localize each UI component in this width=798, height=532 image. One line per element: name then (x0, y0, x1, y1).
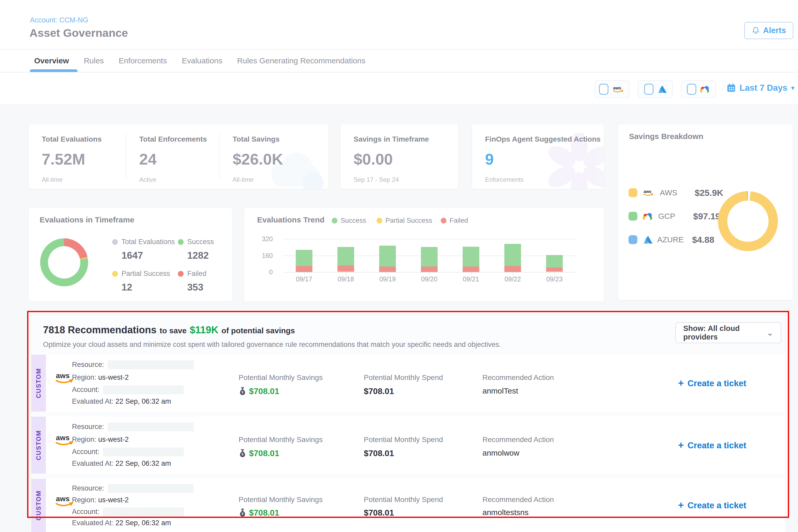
y-axis-label: 0 (254, 268, 273, 276)
divider (219, 134, 220, 179)
create-ticket-button[interactable]: +Create a ticket (678, 378, 746, 389)
trend-bar: 09/17 (283, 239, 325, 272)
legend-item-gcp: GCP $97.19 (628, 210, 720, 223)
failed-dot (178, 271, 184, 277)
savings-breakdown-title: Savings Breakdown (629, 132, 703, 141)
aws-logo-icon: aws (611, 85, 625, 93)
heading-text: to save (159, 326, 187, 335)
legend-item-aws: aws AWS $25.9K (628, 186, 723, 199)
provider-filter-aws[interactable]: aws (594, 80, 629, 98)
x-axis-label: 09/17 (283, 276, 325, 283)
success-dot (332, 218, 338, 224)
divider (126, 134, 126, 179)
x-axis-label: 09/23 (534, 276, 575, 283)
tab-overview[interactable]: Overview (34, 56, 69, 65)
tab-rules-generating-recommendations[interactable]: Rules Generating Recommendations (237, 56, 365, 65)
legend-total-evaluations: Total Evaluations 1647 (112, 238, 175, 261)
legend-label: Failed (450, 216, 468, 225)
legend-label: Total Evaluations (121, 238, 175, 246)
legend-label: Partial Success (385, 216, 432, 225)
tab-rules[interactable]: Rules (84, 56, 104, 65)
date-range-filter[interactable]: Last 7 Days ▾ (726, 83, 795, 93)
page-header: Account: CCM-NG Asset Governance Alerts (0, 0, 798, 50)
account-line: Account: (72, 385, 184, 394)
tab-evaluations[interactable]: Evaluations (182, 56, 222, 65)
custom-tag: CUSTOM (31, 355, 46, 412)
resource-line: Resource: (72, 360, 194, 369)
create-ticket-button[interactable]: +Create a ticket (678, 440, 746, 451)
recommended-action: anmolwow (482, 449, 519, 457)
evaluations-timeframe-title: Evaluations in Timeframe (40, 215, 134, 224)
trend-bar: 09/19 (367, 239, 408, 272)
gcp-checkbox[interactable] (687, 84, 696, 95)
gcp-logo-icon (642, 212, 653, 221)
gcp-logo-icon (699, 85, 710, 94)
stat-total-savings: Total Savings $26.0K All-time (233, 135, 283, 183)
chevron-down-icon: ▾ (791, 84, 794, 92)
provider-filter-gcp[interactable] (681, 80, 716, 98)
potential-savings-amount: $119K (190, 324, 218, 336)
trend-bar-chart: 09/1709/1809/1909/2009/2109/2209/23 (283, 239, 575, 272)
recommendations-panel: 7818 Recommendations to save $119K of po… (31, 316, 785, 532)
spend-column-header: Potential Monthly Spend (364, 495, 443, 504)
y-axis-label: 320 (254, 235, 273, 243)
account-breadcrumb[interactable]: Account: CCM-NG (30, 16, 89, 24)
legend-label: Success (187, 238, 214, 246)
savings-column-header: Potential Monthly Savings (239, 495, 323, 504)
svg-text:aws: aws (56, 434, 70, 442)
region-line: Region: us-west-2 (72, 374, 129, 382)
action-column-header: Recommended Action (482, 436, 554, 444)
svg-text:aws: aws (56, 372, 70, 380)
legend-success: Success 1282 (178, 238, 214, 261)
trend-legend-partial: Partial Success (377, 216, 432, 225)
savings-breakdown-card: Savings Breakdown aws AWS $25.9K GCP $97… (618, 124, 793, 300)
create-ticket-button[interactable]: +Create a ticket (678, 500, 746, 511)
trend-bar: 09/20 (408, 239, 450, 272)
stats-card: Total Evaluations 7.52M All-time Total E… (29, 124, 328, 189)
legend-label: Partial Success (121, 270, 170, 278)
stat-savings-in-timeframe: Savings in Timeframe $0.00 Sep 17 - Sep … (354, 135, 429, 183)
tab-enforcements[interactable]: Enforcements (119, 56, 167, 65)
stat-finops-actions: FinOps Agent Suggested Actions 9 Enforce… (485, 135, 601, 183)
trend-bar: 09/23 (534, 239, 575, 272)
trend-legend-failed: Failed (441, 216, 468, 225)
recommendation-row: CUSTOM aws Resource: Region: us-west-2 A… (31, 355, 785, 412)
alerts-button[interactable]: Alerts (744, 22, 793, 39)
custom-tag: CUSTOM (31, 479, 46, 532)
azure-logo-icon (642, 235, 652, 244)
money-bag-icon: $ (239, 449, 246, 458)
azure-checkbox[interactable] (644, 84, 653, 95)
cloud-provider-select[interactable]: Show: All cloud providers ⌄ (676, 322, 781, 343)
legend-partial-success: Partial Success 12 (112, 270, 170, 293)
recommended-action: anmolTest (482, 386, 518, 395)
savings-breakdown-donut-chart (718, 191, 778, 251)
legend-item-azure: AZURE $4.88 (628, 233, 714, 246)
partial-dot (377, 218, 382, 224)
region-line: Region: us-west-2 (72, 436, 129, 443)
svg-text:$: $ (242, 512, 244, 516)
svg-text:$: $ (242, 391, 244, 394)
savings-column-header: Potential Monthly Savings (239, 436, 323, 444)
x-axis-label: 09/22 (492, 276, 534, 283)
recommendation-row: CUSTOM aws Resource: Region: us-west-2 A… (31, 479, 785, 532)
gcp-color-swatch (628, 212, 638, 221)
chevron-down-icon: ⌄ (766, 328, 774, 338)
trend-bar: 09/22 (492, 239, 534, 272)
failed-dot (441, 218, 446, 224)
region-line: Region: us-west-2 (72, 496, 129, 504)
page-title: Asset Governance (30, 26, 128, 39)
provider-filter-azure[interactable] (638, 80, 673, 98)
account-line: Account: (72, 508, 184, 516)
plus-icon: + (678, 440, 684, 451)
redacted-account-value (103, 448, 184, 456)
legend-label: AZURE (657, 235, 687, 244)
partial-dot (112, 271, 118, 277)
heading-text: of potential savings (222, 326, 295, 335)
trend-bar: 09/21 (450, 239, 492, 272)
legend-value: 1282 (187, 250, 214, 261)
action-column-header: Recommended Action (482, 374, 554, 382)
x-axis-label: 09/19 (367, 276, 408, 283)
aws-checkbox[interactable] (599, 84, 608, 95)
success-dot (178, 239, 184, 245)
evaluations-donut-chart (40, 239, 88, 286)
